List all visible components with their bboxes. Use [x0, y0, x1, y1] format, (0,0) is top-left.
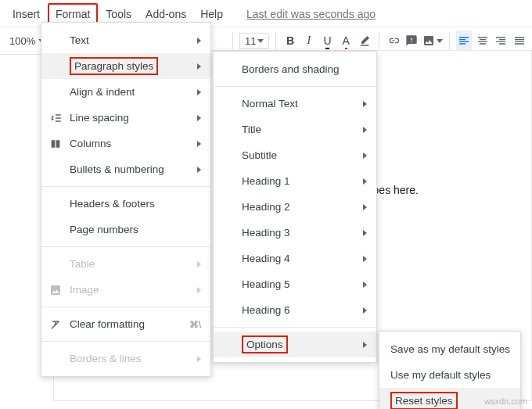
menu-insert[interactable]: Insert	[6, 5, 46, 23]
shortcut-text: ⌘\	[189, 319, 201, 330]
link-icon	[387, 34, 400, 47]
submenu-arrow-icon	[197, 115, 201, 121]
watermark-text: wsxdn.com	[484, 396, 527, 406]
highlight-color-button[interactable]	[357, 30, 372, 51]
chevron-down-icon	[437, 39, 443, 43]
image-icon	[422, 34, 435, 47]
italic-button[interactable]: I	[301, 30, 317, 51]
paragraph-styles-dropdown: Borders and shading Normal Text Title Su…	[213, 51, 377, 363]
submenu-arrow-icon	[197, 63, 201, 70]
submenu-arrow-icon	[363, 178, 367, 185]
submenu-arrow-icon	[363, 256, 367, 262]
align-left-button[interactable]	[456, 30, 472, 51]
submenu-arrow-icon	[363, 204, 367, 210]
submenu-arrow-icon	[363, 101, 367, 107]
submenu-arrow-icon	[197, 167, 201, 173]
submenu-arrow-icon	[197, 89, 201, 95]
align-center-icon	[476, 34, 489, 47]
paragraph-options[interactable]: Options	[214, 332, 376, 357]
paragraph-subtitle[interactable]: Subtitle	[214, 142, 376, 168]
menu-addons[interactable]: Add-ons	[139, 5, 192, 23]
columns-icon	[49, 138, 62, 150]
underline-button[interactable]: U	[320, 30, 336, 51]
submenu-arrow-icon	[363, 230, 367, 236]
submenu-arrow-icon	[363, 282, 367, 288]
format-text[interactable]: Text	[41, 27, 210, 53]
paragraph-heading4[interactable]: Heading 4	[214, 246, 376, 271]
submenu-arrow-icon	[363, 152, 367, 159]
bold-icon: B	[286, 34, 294, 47]
format-paragraph-styles[interactable]: Paragraph styles	[41, 53, 210, 79]
format-borders-lines: Borders & lines	[41, 346, 210, 371]
format-bullets-numbering[interactable]: Bullets & numbering	[41, 156, 210, 182]
paragraph-heading1[interactable]: Heading 1	[214, 168, 376, 194]
align-justify-button[interactable]	[512, 30, 527, 51]
insert-comment-button[interactable]	[404, 30, 419, 51]
image-icon	[49, 284, 62, 296]
submenu-arrow-icon	[197, 261, 201, 267]
text-color-button[interactable]: A	[338, 30, 354, 51]
highlighter-icon	[358, 34, 371, 47]
paragraph-normal-text[interactable]: Normal Text	[214, 91, 376, 117]
format-headers-footers[interactable]: Headers & footers	[41, 191, 210, 217]
options-use-default[interactable]: Use my default styles	[379, 362, 520, 388]
insert-link-button[interactable]	[386, 30, 401, 51]
line-spacing-icon	[49, 112, 62, 124]
align-center-button[interactable]	[475, 30, 491, 51]
submenu-arrow-icon	[197, 38, 201, 44]
align-justify-icon	[513, 34, 526, 47]
submenu-arrow-icon	[363, 127, 367, 133]
paragraph-borders-shading[interactable]: Borders and shading	[214, 56, 376, 82]
comment-icon	[405, 34, 418, 47]
submenu-arrow-icon	[363, 307, 367, 314]
paragraph-title[interactable]: Title	[214, 117, 376, 142]
text-color-icon: A	[343, 34, 350, 47]
font-size-value: 11	[245, 35, 256, 47]
chevron-down-icon	[257, 39, 264, 43]
underline-icon: U	[323, 34, 331, 47]
align-right-icon	[494, 34, 507, 47]
paragraph-heading2[interactable]: Heading 2	[214, 194, 376, 220]
align-right-button[interactable]	[494, 30, 509, 51]
format-clear-formatting[interactable]: Clear formatting ⌘\	[41, 311, 210, 337]
options-save-default[interactable]: Save as my default styles	[379, 336, 520, 362]
format-dropdown: Text Paragraph styles Align & indent Lin…	[41, 22, 211, 377]
font-size-select[interactable]: 11	[239, 33, 269, 49]
paragraph-heading3[interactable]: Heading 3	[214, 220, 376, 246]
format-columns[interactable]: Columns	[41, 131, 210, 156]
paragraph-heading5[interactable]: Heading 5	[214, 271, 376, 297]
menu-tools[interactable]: Tools	[99, 5, 138, 23]
submenu-arrow-icon	[197, 356, 201, 362]
zoom-label: 100%	[9, 35, 35, 47]
format-line-spacing[interactable]: Line spacing	[41, 105, 210, 131]
align-left-icon	[458, 34, 470, 47]
format-page-numbers[interactable]: Page numbers	[41, 217, 210, 242]
italic-icon: I	[307, 34, 311, 47]
format-table: Table	[41, 251, 210, 277]
insert-image-button[interactable]	[422, 30, 443, 51]
submenu-arrow-icon	[197, 287, 201, 293]
submenu-arrow-icon	[363, 342, 367, 348]
submenu-arrow-icon	[197, 141, 201, 147]
clear-formatting-icon	[49, 318, 62, 331]
bold-button[interactable]: B	[282, 30, 298, 51]
format-image: Image	[41, 277, 210, 303]
paragraph-heading6[interactable]: Heading 6	[214, 297, 376, 323]
menu-help[interactable]: Help	[194, 5, 229, 23]
last-edit-link[interactable]: Last edit was seconds ago	[240, 5, 382, 23]
format-align-indent[interactable]: Align & indent	[41, 79, 210, 105]
